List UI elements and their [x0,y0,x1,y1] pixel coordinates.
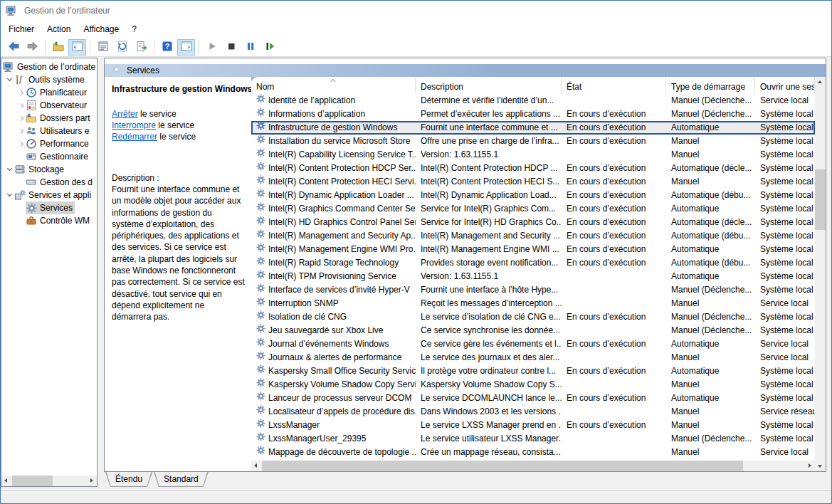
menu-item-view[interactable]: Affichage [77,21,125,37]
column-header-name[interactable]: Nom [251,77,416,94]
chevron-right-icon[interactable] [16,91,26,95]
chevron-right-icon[interactable] [16,104,26,107]
tree-item-body[interactable]: Dossiers part [26,112,93,125]
tree-item-storage[interactable]: Stockage [1,163,97,176]
back-button[interactable] [4,39,22,56]
table-row[interactable]: LxssManagerUser_29395Le service utilisat… [251,432,815,446]
table-row[interactable]: Lanceur de processus serveur DCOMLe serv… [251,392,815,405]
chevron-down-icon[interactable] [4,79,14,80]
scroll-right-arrow[interactable] [86,476,97,486]
table-row[interactable]: Installation du service Microsoft StoreO… [251,135,815,148]
tree-item-body[interactable]: Outils système [14,73,87,86]
table-row[interactable]: Intel(R) Content Protection HDCP Ser...I… [251,162,815,175]
tree-item-body[interactable]: Stockage [14,163,66,176]
tree-item-local-users-groups[interactable]: Utilisateurs e [1,125,97,137]
pane-splitter[interactable] [98,58,104,487]
tab-standard[interactable]: Standard [154,472,209,487]
tab-extended[interactable]: Étendu [105,472,152,487]
table-row[interactable]: Intel(R) Rapid Storage TechnologyProvide… [251,256,815,270]
pause-service-link[interactable]: Interrompre [112,120,156,130]
up-level-button[interactable] [49,39,67,56]
refresh-button[interactable] [113,39,131,56]
tree-item-services-applications[interactable]: Services et appli [1,189,97,201]
list-horizontal-scrollbar[interactable] [251,461,815,471]
table-row[interactable]: Identité de l’applicationDétermine et vé… [251,94,815,107]
table-row[interactable]: Kaspersky Small Office Security Servic..… [251,364,815,378]
tree-item-event-viewer[interactable]: Observateur [1,99,97,112]
pause-service-button[interactable] [241,39,259,56]
tree-item-system-tools[interactable]: Outils système [1,73,97,86]
table-row[interactable]: Mappage de découverte de topologie ...Cr… [251,446,815,459]
table-row[interactable]: Intel(R) Dynamic Application Loader ...I… [251,189,815,202]
table-row[interactable]: Intel(R) Graphics Command Center Se...Se… [251,202,815,216]
show-console-tree-button[interactable] [68,39,86,56]
scroll-left-arrow[interactable] [251,461,262,471]
table-row[interactable]: Intel(R) TPM Provisioning ServiceVersion… [251,270,815,283]
export-list-button[interactable] [132,39,150,56]
scrollbar-thumb[interactable] [262,461,743,471]
scroll-down-arrow[interactable] [815,461,826,471]
table-row[interactable]: Infrastructure de gestion WindowsFournit… [251,121,815,135]
table-row[interactable]: Interruption SNMPReçoit les messages d’i… [251,297,815,310]
tree-horizontal-scrollbar[interactable] [1,476,97,486]
tree-item-body[interactable]: Gestionnaire [26,150,90,163]
table-row[interactable]: Informations d’applicationPermet d’exécu… [251,107,815,121]
chevron-right-icon[interactable] [16,130,26,133]
table-row[interactable]: LxssManagerLe service LXSS Manager prend… [251,419,815,432]
table-row[interactable]: Intel(R) Management and Security Ap...In… [251,229,815,243]
chevron-down-icon[interactable] [4,194,14,196]
table-row[interactable]: Intel(R) Capability Licensing Service T.… [251,148,815,162]
restart-service-link[interactable]: Redémarrer [112,132,157,142]
scrollbar-thumb[interactable] [815,169,826,230]
column-header-startup-type[interactable]: Type de démarrage [666,77,755,94]
properties-button[interactable] [94,39,112,56]
table-row[interactable]: Journaux & alertes de performanceLe serv… [251,351,815,364]
stop-service-link[interactable]: Arrêter [112,109,138,119]
stop-service-button[interactable] [222,39,240,56]
table-row[interactable]: Jeu sauvegardé sur Xbox LiveCe service s… [251,324,815,337]
scroll-right-arrow[interactable] [804,461,815,471]
list-vertical-scrollbar[interactable] [815,77,826,471]
tree-item-body[interactable]: Services [26,201,75,214]
menu-item-help[interactable]: ? [125,21,143,37]
column-header-description[interactable]: Description [416,77,562,94]
scroll-left-arrow[interactable] [1,476,12,486]
table-row[interactable]: Journal d’événements WindowsCe service g… [251,337,815,351]
tree-item-body[interactable]: Planificateur [26,86,89,99]
chevron-right-icon[interactable] [16,142,26,146]
table-row[interactable]: Interface de services d’invité Hyper-VFo… [251,283,815,297]
tree-item-body[interactable]: Observateur [26,99,89,112]
table-row[interactable]: Intel(R) Content Protection HECI Servi..… [251,175,815,189]
chevron-right-icon[interactable] [16,117,26,120]
table-row[interactable]: Intel(R) Management Engine WMI Pro...Int… [251,243,815,256]
table-row[interactable]: Localisateur d’appels de procédure dis..… [251,405,815,419]
tree-item-body[interactable]: Utilisateurs e [26,125,91,137]
tree-item-disk-management[interactable]: Gestion des d [1,176,97,189]
tree-item-body[interactable]: Performance [26,137,91,150]
menu-item-action[interactable]: Action [41,21,77,37]
tree-item-wmi-control[interactable]: Contrôle WM [1,214,97,227]
tree-item-services[interactable]: Services [1,201,97,214]
restart-service-button[interactable] [260,39,278,56]
scrollbar-thumb[interactable] [12,476,53,486]
tree-item-performance[interactable]: Performance [1,137,97,150]
menu-item-file[interactable]: Fichier [2,21,41,37]
tree-item-body[interactable]: Services et appli [14,189,93,201]
tree-item-shared-folders[interactable]: Dossiers part [1,112,97,125]
tree-item-computer-management-root[interactable]: Gestion de l’ordinate [1,61,97,73]
column-header-log-on-as[interactable]: Ouvrir une ses [755,77,815,94]
column-header-state[interactable]: État [562,77,666,94]
table-row[interactable]: Isolation de clé CNGLe service d’isolati… [251,310,815,324]
tree-item-body[interactable]: Contrôle WM [26,214,92,227]
tree-item-device-manager[interactable]: Gestionnaire [1,150,97,163]
scroll-up-arrow[interactable] [815,77,826,88]
tree-item-body[interactable]: Gestion des d [26,176,95,189]
help-button[interactable]: ? [158,39,176,56]
show-action-pane-button[interactable] [177,39,195,56]
table-row[interactable]: Intel(R) HD Graphics Control Panel Ser..… [251,216,815,229]
start-service-button[interactable] [203,39,221,56]
table-row[interactable]: Kaspersky Volume Shadow Copy Servi...Kas… [251,378,815,392]
forward-button[interactable] [23,39,41,56]
tree-item-task-scheduler[interactable]: Planificateur [1,86,97,99]
tree-item-body[interactable]: Gestion de l’ordinate [3,61,97,73]
